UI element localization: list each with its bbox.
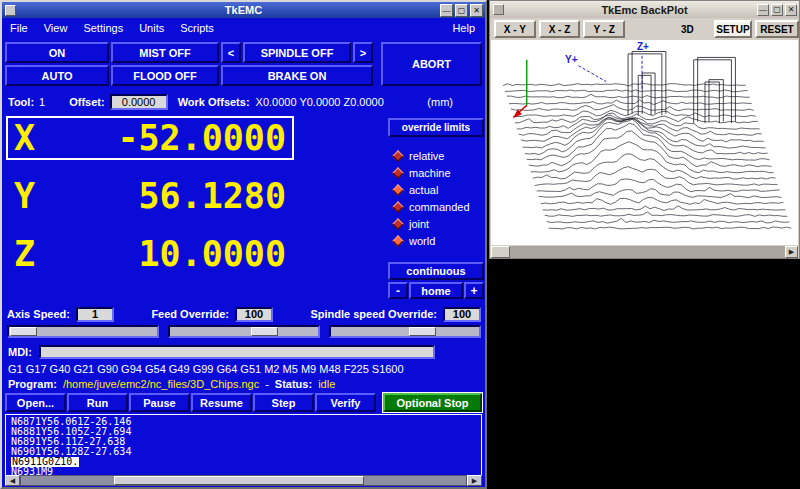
axis-speed-label: Axis Speed: [7, 308, 70, 320]
slider-handle[interactable] [251, 327, 278, 336]
backplot-window-title: TkEmc BackPlot [490, 4, 799, 16]
menu-settings[interactable]: Settings [75, 20, 131, 36]
verify-button[interactable]: Verify [315, 393, 376, 412]
close-button[interactable]: ✕ [470, 4, 483, 17]
tkemc-window: TkEMC — ▢ ✕ File View Settings Units Scr… [0, 0, 487, 489]
spindle-override-value[interactable]: 100 [443, 307, 481, 322]
axis-speed-slider[interactable] [7, 325, 159, 338]
resume-button[interactable]: Resume [191, 393, 252, 412]
setup-button[interactable]: SETUP [714, 20, 752, 38]
spindle-override-label: Spindle speed Override: [310, 308, 437, 320]
feed-override-value[interactable]: 100 [235, 307, 273, 322]
machine-controls: ON MIST OFF < SPINDLE OFF > ABORT AUTO F… [5, 42, 482, 89]
power-button[interactable]: ON [5, 42, 109, 63]
listing-horizontal-scrollbar[interactable]: ◀ ▶ [5, 475, 482, 486]
jog-plus-button[interactable]: + [464, 282, 484, 299]
axis-x-letter: X [14, 118, 35, 158]
speed-sliders-row [7, 325, 481, 339]
radio-relative[interactable]: relative [394, 147, 484, 164]
spindle-button[interactable]: SPINDLE OFF [243, 42, 351, 63]
axis-x-readout[interactable]: X -52.0000 [6, 116, 294, 160]
scrollbar-handle[interactable] [114, 476, 363, 485]
menubar: File View Settings Units Scripts Help [2, 18, 485, 38]
run-button[interactable]: Run [67, 393, 128, 412]
speed-settings-row: Axis Speed: 1 Feed Override: 100 Spindle… [7, 306, 481, 322]
axis-x-value: -52.0000 [117, 118, 286, 158]
tab-yz[interactable]: Y - Z [583, 20, 625, 38]
window-menu-icon[interactable] [5, 5, 16, 16]
menu-file[interactable]: File [2, 20, 36, 36]
abort-button[interactable]: ABORT [381, 42, 482, 86]
jog-minus-button[interactable]: - [388, 282, 408, 299]
radio-world[interactable]: world [394, 232, 484, 249]
mdi-input[interactable] [39, 345, 435, 359]
backplot-titlebar[interactable]: TkEmc BackPlot — ▢ ✕ [490, 1, 799, 18]
menu-units[interactable]: Units [131, 20, 172, 36]
minimize-button[interactable]: — [440, 4, 453, 17]
window-menu-icon[interactable] [493, 4, 504, 15]
radio-indicator-icon [392, 201, 403, 212]
flood-button[interactable]: FLOOD OFF [111, 65, 219, 86]
radio-commanded[interactable]: commanded [394, 198, 484, 215]
scroll-left-icon[interactable]: ◀ [5, 475, 20, 486]
radio-machine[interactable]: machine [394, 164, 484, 181]
active-gcodes-line: G1 G17 G40 G21 G90 G94 G54 G49 G99 G64 G… [8, 363, 481, 375]
status-label: Status: [275, 378, 312, 390]
optional-stop-button[interactable]: Optional Stop [383, 393, 482, 412]
menu-scripts[interactable]: Scripts [172, 20, 222, 36]
axis-y-readout[interactable]: Y 56.1280 [6, 174, 294, 218]
mist-button[interactable]: MIST OFF [111, 42, 219, 63]
radio-indicator-icon [392, 150, 403, 161]
program-info-line: Program: /home/juve/emc2/nc_files/3D_Chi… [8, 378, 481, 390]
offset-entry[interactable]: 0.0000 [110, 94, 168, 110]
jog-mode-button[interactable]: continuous [388, 262, 484, 280]
backplot-view-tabs: X - Y X - Z Y - Z 3D SETUP RESET [490, 18, 799, 40]
gcode-listing[interactable]: N6871Y56.061Z-26.146 N6881Y56.105Z-27.69… [5, 414, 482, 477]
open-button[interactable]: Open... [5, 393, 66, 412]
spindle-override-slider[interactable] [329, 325, 481, 338]
axis-z-readout[interactable]: Z 10.0000 [6, 232, 294, 276]
reset-button[interactable]: RESET [755, 20, 799, 38]
program-dash: - [265, 378, 269, 390]
spindle-increase-button[interactable]: > [353, 42, 373, 63]
scroll-right-icon[interactable]: ▶ [467, 475, 482, 486]
tab-xz[interactable]: X - Z [539, 20, 581, 38]
tkemc-window-title: TkEMC [2, 4, 485, 16]
program-controls: Open... Run Pause Resume Step Verify Opt… [5, 393, 482, 412]
radio-actual[interactable]: actual [394, 181, 484, 198]
mdi-label: MDI: [8, 346, 32, 358]
tkemc-titlebar[interactable]: TkEMC — ▢ ✕ [2, 2, 485, 18]
override-limits-button[interactable]: override limits [388, 118, 484, 137]
tab-3d[interactable]: 3D [676, 20, 699, 38]
brake-button[interactable]: BRAKE ON [221, 65, 373, 86]
units-label: (mm) [427, 96, 453, 108]
status-value: idle [318, 378, 335, 390]
maximize-button[interactable]: ▢ [771, 4, 783, 16]
menu-help[interactable]: Help [442, 20, 485, 36]
minimize-button[interactable]: — [757, 4, 769, 16]
axis-y-value: 56.1280 [138, 176, 286, 216]
radio-indicator-icon [392, 167, 403, 178]
radio-joint[interactable]: joint [394, 215, 484, 232]
menu-view[interactable]: View [36, 20, 76, 36]
z-axis-label: Z+ [637, 41, 649, 52]
coordinate-display: X -52.0000 Y 56.1280 Z 10.0000 [6, 116, 294, 290]
scrollbar-handle[interactable] [491, 246, 510, 258]
mode-button[interactable]: AUTO [5, 65, 109, 86]
tab-xy[interactable]: X - Y [494, 20, 536, 38]
pause-button[interactable]: Pause [129, 393, 190, 412]
coordinate-mode-radios: relative machine actual commanded joint [388, 147, 484, 249]
scrollbar-trough[interactable] [20, 475, 467, 486]
backplot-horizontal-scrollbar[interactable]: ▶ [491, 246, 798, 258]
maximize-button[interactable]: ▢ [455, 4, 468, 17]
home-button[interactable]: home [409, 282, 463, 299]
spindle-decrease-button[interactable]: < [221, 42, 241, 63]
close-button[interactable]: ✕ [785, 4, 797, 16]
step-button[interactable]: Step [253, 393, 314, 412]
scroll-right-icon[interactable]: ▶ [785, 246, 798, 258]
slider-handle[interactable] [409, 327, 436, 336]
axis-speed-value[interactable]: 1 [76, 307, 114, 322]
gcode-line: N6911G0Z10. [11, 457, 476, 467]
slider-handle[interactable] [10, 327, 37, 336]
feed-override-slider[interactable] [168, 325, 320, 338]
